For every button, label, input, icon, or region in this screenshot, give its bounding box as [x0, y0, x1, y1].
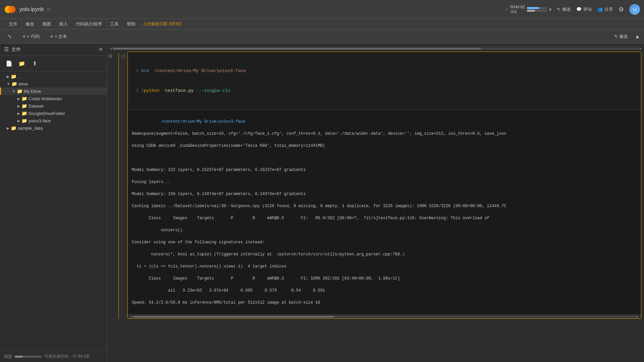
sidebar-header: ☰ 文件 ✕: [0, 44, 107, 56]
avatar[interactable]: U: [629, 4, 640, 15]
scroll-thumb[interactable]: [113, 48, 481, 50]
line-number: 1: [132, 68, 139, 74]
cell-container: ◀ ▶ ⛓ [ ]: [107, 44, 644, 323]
code-input[interactable]: 1 %cd /content/drive/My Drive/yolov3-fac…: [128, 52, 641, 110]
new-folder-button[interactable]: 📁: [17, 58, 27, 68]
tree-item-dotdot[interactable]: ▶ 📁 ..: [0, 73, 107, 80]
plus-icon: +: [22, 34, 25, 40]
tree-item-drive[interactable]: ▼ 📁 drive: [0, 80, 107, 87]
svg-point-1: [8, 6, 16, 13]
chevron-icon: ▶: [17, 119, 20, 123]
scroll-left-icon-2[interactable]: ◀: [129, 315, 133, 318]
tree-item-label: drive: [18, 81, 28, 86]
upload-button[interactable]: ⬆: [30, 58, 40, 68]
tree-item-my-drive[interactable]: ▼ 📁 My Drive: [0, 87, 107, 95]
menu-runtime[interactable]: 代码执行程序: [72, 20, 105, 28]
topbar: yolo.ipynb ☆ ✓ RAM 62 磁盘 ▾ ✎ 修改: [0, 0, 644, 19]
code-text-1: %cd /content/drive/My Drive/yolov3-face: [141, 68, 246, 74]
cell-bracket: [118, 54, 119, 319]
cell-output: /content/drive/My Drive/yolov3-face Name…: [128, 110, 641, 314]
comment-label: 评论: [583, 6, 592, 12]
tree-item-label: Dataset: [29, 104, 44, 109]
cell-resize-button[interactable]: ⤡: [4, 32, 15, 41]
folder-icon: 📁: [11, 81, 17, 86]
disk-label: 磁盘: [511, 9, 525, 14]
add-code-label: + 代码: [27, 34, 39, 40]
main-content: ☰ 文件 ✕ 📄 📁 ⬆ ▶ 📁 .. ▼ 📁 drive ▼: [0, 44, 644, 362]
cell-code-content[interactable]: 1 %cd /content/drive/My Drive/yolov3-fac…: [127, 52, 641, 319]
ram-dropdown-icon[interactable]: ▾: [549, 7, 551, 12]
chevron-icon: ▼: [12, 89, 15, 93]
chevron-icon: ▶: [17, 97, 20, 101]
ram-indicator[interactable]: ✓ RAM 62 磁盘 ▾: [504, 5, 551, 14]
scroll-left-icon[interactable]: ◀: [109, 47, 113, 50]
hamburger-icon[interactable]: ☰: [4, 46, 9, 53]
sidebar-close-icon[interactable]: ✕: [99, 46, 103, 53]
tree-item-label: My Drive: [24, 89, 41, 94]
chevron-icon: ▶: [17, 112, 20, 115]
sidebar-title: 文件: [11, 47, 21, 53]
tree-item-google-drive-folder[interactable]: ▶ 📁 GoogleDriveFolder: [0, 110, 107, 117]
add-code-button[interactable]: + + 代码: [19, 32, 43, 41]
menubar: 文件 修改 视图 插入 代码执行程序 工具 帮助 上次修改日期: 8月8日: [0, 19, 644, 29]
pencil-icon-toolbar: ✎: [614, 34, 618, 39]
sidebar-icon-row: 📄 📁 ⬆: [0, 56, 107, 71]
folder-icon: 📁: [21, 111, 27, 116]
tree-item-colab-notebooks[interactable]: ▶ 📁 Colab Notebooks: [0, 95, 107, 102]
code-text-2: !python testface.py --single-cls: [141, 87, 230, 94]
chevron-icon: ▶: [7, 126, 9, 130]
bottom-scroll-area[interactable]: ◀ ▶: [128, 314, 641, 318]
settings-icon[interactable]: ⚙: [619, 6, 624, 13]
folder-icon: 📁: [17, 88, 22, 94]
colab-logo: [4, 3, 16, 15]
ram-bar-fill: [527, 7, 539, 9]
top-scroll-area[interactable]: ◀ ▶: [107, 46, 644, 50]
file-tree: ▶ 📁 .. ▼ 📁 drive ▼ 📁 My Drive ▶ 📁 Colab …: [0, 71, 107, 351]
scroll-right-icon-2[interactable]: ▶: [636, 315, 640, 318]
scroll-track[interactable]: [113, 48, 639, 50]
menu-insert[interactable]: 插入: [56, 20, 71, 28]
menu-tools[interactable]: 工具: [107, 20, 122, 28]
tree-item-sample-data[interactable]: ▶ 📁 sample_data: [0, 124, 107, 132]
collapse-button[interactable]: ▲: [635, 34, 640, 40]
chevron-icon: ▶: [7, 75, 9, 78]
disk-bar-fill: [15, 356, 23, 358]
toolbar-edit-label: 修改: [619, 34, 628, 40]
last-modified[interactable]: 上次修改日期: 8月8日: [143, 21, 182, 27]
new-file-button[interactable]: 📄: [4, 58, 14, 68]
ram-bar-container: [527, 7, 547, 9]
check-icon: ✓: [504, 7, 508, 12]
scroll-right-icon[interactable]: ▶: [639, 47, 643, 50]
share-icon: 👥: [597, 7, 603, 12]
toolbar-edit-button[interactable]: ✎ 修改: [610, 32, 632, 41]
tree-item-dataset[interactable]: ▶ 📁 Dataset: [0, 102, 107, 110]
disk-bar-container: [527, 10, 547, 12]
code-cell[interactable]: ⛓ [ ] 1 %cd /content/drive/My Drive/yolo…: [107, 52, 644, 319]
comment-action[interactable]: 💬 评论: [576, 6, 592, 12]
pencil-icon: ✎: [557, 7, 560, 12]
add-text-button[interactable]: + + 文本: [47, 32, 71, 41]
cell-run-number: [ ]: [121, 54, 125, 58]
folder-icon: 📁: [21, 118, 27, 123]
scroll-thumb-2[interactable]: [133, 316, 334, 318]
tree-item-label: ..: [18, 74, 20, 79]
menu-view[interactable]: 视图: [39, 20, 54, 28]
tree-item-label: yolov3-face: [29, 118, 51, 123]
share-action[interactable]: 👥 分享: [597, 6, 613, 12]
notebook-title[interactable]: yolo.ipynb: [19, 6, 44, 12]
menu-file[interactable]: 文件: [5, 20, 21, 28]
cell-link-icon[interactable]: ⛓: [108, 54, 112, 59]
star-icon[interactable]: ☆: [46, 6, 51, 12]
edit-action[interactable]: ✎ 修改: [557, 6, 571, 12]
tree-item-yolov3-face[interactable]: ▶ 📁 yolov3-face: [0, 117, 107, 124]
tree-item-label: GoogleDriveFolder: [29, 111, 65, 116]
scroll-track-2[interactable]: [133, 316, 636, 318]
menu-edit[interactable]: 修改: [22, 20, 38, 28]
menu-help[interactable]: 帮助: [123, 20, 139, 28]
chevron-icon: ▶: [17, 104, 20, 108]
notebook-area[interactable]: ◀ ▶ ⛓ [ ]: [107, 44, 644, 362]
plus-icon-text: +: [50, 34, 53, 40]
toolbar-right: ✎ 修改 ▲: [610, 32, 640, 41]
folder-icon: 📁: [11, 125, 16, 131]
tree-item-label: sample_data: [18, 126, 43, 131]
